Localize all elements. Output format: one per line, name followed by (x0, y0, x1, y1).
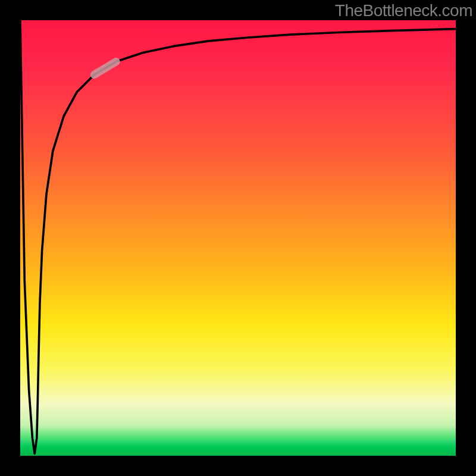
plot-area (20, 20, 456, 456)
chart-frame: TheBottleneck.com (0, 0, 476, 476)
curve-layer (20, 20, 456, 456)
main-curve (20, 20, 456, 453)
watermark-text: TheBottleneck.com (335, 1, 472, 20)
highlight-segment (94, 62, 116, 75)
